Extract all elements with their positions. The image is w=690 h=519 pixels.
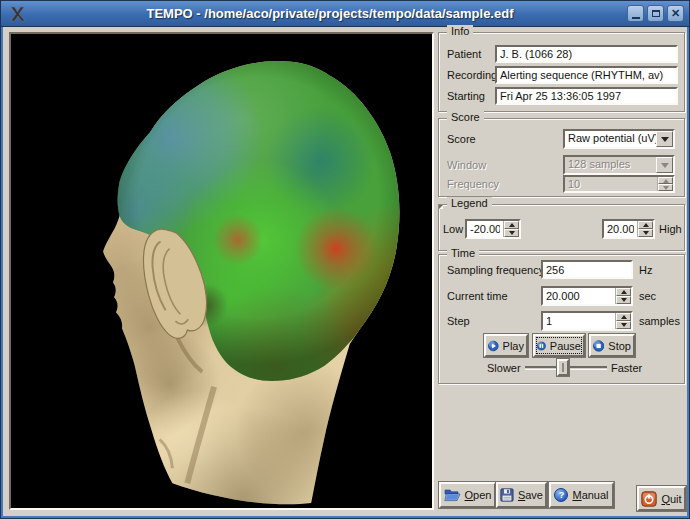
sec-unit-label: sec	[639, 290, 656, 302]
manual-button[interactable]: ? Manual	[549, 482, 614, 508]
maximize-button[interactable]	[647, 5, 664, 22]
quit-button-label: Quit	[661, 493, 681, 505]
sampling-frequency-field[interactable]	[541, 260, 633, 279]
step-value[interactable]	[543, 313, 615, 329]
legend-low-value[interactable]	[467, 221, 503, 237]
legend-high-spinbox[interactable]	[602, 219, 655, 239]
minimize-button[interactable]	[627, 5, 644, 22]
legend-group: Legend Low High	[438, 204, 685, 251]
current-time-spin-down[interactable]	[616, 296, 631, 304]
spin-down-icon	[509, 231, 515, 235]
window-combobox-value: 128 samples	[565, 157, 656, 173]
step-spinbox[interactable]	[541, 311, 633, 331]
spin-down-icon	[663, 186, 669, 190]
chevron-down-icon	[661, 137, 669, 142]
current-time-value[interactable]	[543, 288, 615, 304]
legend-low-spin-up[interactable]	[504, 221, 519, 229]
slower-label: Slower	[487, 362, 521, 374]
help-icon: ?	[554, 488, 568, 502]
time-group: Time Sampling frequency Hz Current time …	[438, 254, 685, 384]
score-combobox[interactable]: Raw potential (uV)	[563, 129, 675, 149]
current-time-spin-up[interactable]	[616, 288, 631, 296]
pause-icon	[537, 339, 546, 353]
legend-low-spinbox[interactable]	[465, 219, 521, 239]
sampling-frequency-label: Sampling frequency	[447, 264, 544, 276]
frequency-spin-down	[658, 184, 673, 191]
speed-slider-handle[interactable]	[557, 359, 569, 376]
close-icon: ✕	[671, 8, 680, 19]
open-button-label: Open	[465, 489, 492, 501]
faster-label: Faster	[611, 362, 642, 374]
recording-field[interactable]	[495, 66, 678, 84]
patient-label: Patient	[447, 48, 481, 60]
play-button-label: Play	[503, 340, 524, 352]
minimize-icon	[632, 17, 640, 19]
recording-label: Recording	[447, 69, 497, 81]
samples-unit-label: samples	[639, 315, 680, 327]
stop-button[interactable]: Stop	[589, 334, 635, 357]
window-label: Window	[447, 159, 486, 171]
legend-high-spin-up[interactable]	[638, 221, 653, 229]
manual-button-label: Manual	[572, 489, 608, 501]
window-combobox: 128 samples	[563, 155, 675, 175]
patient-field[interactable]	[495, 45, 678, 63]
titlebar[interactable]: TEMPO - /home/aco/private/projects/tempo…	[1, 1, 689, 27]
legend-low-spin-down[interactable]	[504, 229, 519, 237]
play-button[interactable]: Play	[484, 334, 528, 357]
pause-button[interactable]: Pause	[533, 334, 585, 357]
step-spin-up[interactable]	[616, 313, 631, 321]
open-folder-icon	[444, 488, 461, 502]
spin-down-icon	[621, 298, 627, 302]
save-button-label: Save	[518, 489, 543, 501]
head-3d-viewport[interactable]	[9, 32, 434, 510]
current-time-spinbox[interactable]	[541, 286, 633, 306]
x11-logo-icon	[8, 5, 26, 23]
info-group-title: Info	[447, 25, 473, 37]
legend-high-value[interactable]	[604, 221, 637, 237]
frequency-label: Frequency	[447, 178, 499, 190]
spin-down-icon	[643, 231, 649, 235]
score-group-title: Score	[447, 111, 484, 123]
score-group: Score Score Raw potential (uV) Window 12…	[438, 118, 685, 197]
window-combobox-button	[656, 157, 673, 173]
open-button[interactable]: Open	[439, 482, 496, 508]
spin-up-icon	[509, 223, 515, 227]
starting-label: Starting	[447, 90, 485, 102]
app-window: TEMPO - /home/aco/private/projects/tempo…	[0, 0, 690, 519]
legend-group-title: Legend	[447, 197, 492, 209]
spin-up-icon	[663, 179, 669, 183]
score-combobox-button[interactable]	[656, 131, 673, 147]
chevron-down-icon	[661, 163, 669, 168]
hz-unit-label: Hz	[639, 264, 652, 276]
frequency-spin-up	[658, 177, 673, 184]
legend-low-label: Low	[443, 223, 463, 235]
quit-button[interactable]: Quit	[637, 486, 686, 511]
power-off-icon	[641, 491, 657, 507]
step-spin-down[interactable]	[616, 321, 631, 329]
spin-up-icon	[643, 223, 649, 227]
legend-high-spin-down[interactable]	[638, 229, 653, 237]
pause-button-label: Pause	[550, 340, 581, 352]
maximize-icon	[652, 10, 660, 17]
window-title: TEMPO - /home/aco/private/projects/tempo…	[41, 1, 619, 27]
score-combobox-value: Raw potential (uV)	[565, 131, 656, 147]
current-time-label: Current time	[447, 290, 508, 302]
legend-color-gradient	[439, 205, 443, 209]
head-model	[11, 34, 432, 508]
info-group: Info Patient Recording Starting	[438, 32, 685, 112]
frequency-spinbox	[563, 175, 675, 193]
play-icon	[488, 339, 499, 353]
main-content: Info Patient Recording Starting Score Sc…	[3, 27, 687, 516]
legend-high-label: High	[659, 223, 682, 235]
frequency-spinbox-value	[565, 177, 657, 191]
save-floppy-icon	[500, 488, 514, 502]
time-group-title: Time	[447, 247, 479, 259]
spin-up-icon	[621, 290, 627, 294]
score-label: Score	[447, 133, 476, 145]
spin-up-icon	[621, 315, 627, 319]
close-button[interactable]: ✕	[667, 5, 684, 22]
step-label: Step	[447, 315, 470, 327]
save-button[interactable]: Save	[496, 482, 547, 508]
starting-field[interactable]	[495, 87, 678, 105]
spin-down-icon	[621, 323, 627, 327]
